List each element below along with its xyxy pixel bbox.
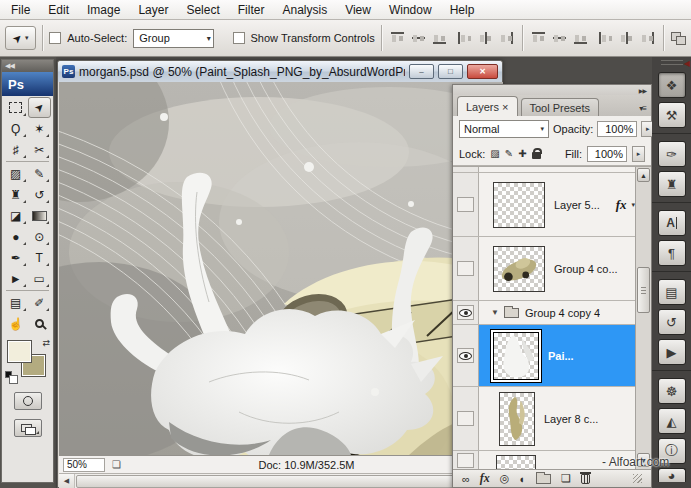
auto-select-checkbox[interactable] bbox=[49, 32, 61, 44]
pen-tool[interactable]: ✒ bbox=[4, 247, 28, 268]
history-brush-tool[interactable]: ↺ bbox=[28, 184, 52, 205]
menu-view[interactable]: View bbox=[336, 0, 380, 20]
character-panel-button[interactable]: A bbox=[658, 210, 686, 236]
align-top-edges-button[interactable] bbox=[388, 29, 407, 48]
auto-select-target-dropdown[interactable]: Group ▾ bbox=[133, 29, 213, 48]
move-tool[interactable]: ➤ bbox=[28, 97, 52, 118]
distribute-left-edges-button[interactable] bbox=[596, 29, 615, 48]
foreground-color-swatch[interactable] bbox=[8, 341, 31, 362]
current-tool-button[interactable]: ➤ ▾ bbox=[5, 26, 36, 50]
styles-panel-button[interactable]: ◕ bbox=[658, 468, 686, 482]
blur-tool[interactable]: ● bbox=[4, 226, 28, 247]
visibility-toggle[interactable] bbox=[453, 451, 479, 469]
layer-row-layer5[interactable]: Layer 5... fx ▾ bbox=[453, 173, 651, 237]
visibility-toggle[interactable] bbox=[453, 237, 479, 300]
layer-fx-badge[interactable]: fx bbox=[616, 197, 627, 213]
document-title-bar[interactable]: Ps morgan5.psd @ 50% (Paint_Splash_PNG_b… bbox=[58, 61, 502, 82]
layer-thumbnail[interactable] bbox=[496, 455, 536, 469]
brushes-panel-button[interactable]: ✑ bbox=[658, 141, 686, 167]
canvas[interactable] bbox=[59, 82, 503, 455]
zoom-level-field[interactable]: 50% bbox=[63, 458, 105, 472]
paragraph-panel-button[interactable]: ¶ bbox=[658, 240, 686, 266]
dodge-tool[interactable]: ⊙ bbox=[28, 226, 52, 247]
menu-file[interactable]: File bbox=[2, 0, 39, 20]
actions-panel-button[interactable]: ▶ bbox=[658, 339, 686, 365]
distribute-top-edges-button[interactable] bbox=[529, 29, 548, 48]
eraser-tool[interactable]: ◪ bbox=[4, 205, 28, 226]
menu-help[interactable]: Help bbox=[441, 0, 484, 20]
type-tool[interactable]: T bbox=[28, 247, 52, 268]
clone-source-panel-button[interactable]: ♜ bbox=[658, 171, 686, 197]
crop-tool[interactable]: ♯ bbox=[4, 139, 28, 160]
visibility-toggle[interactable] bbox=[453, 325, 479, 386]
scroll-left-icon[interactable]: ◀ bbox=[59, 474, 75, 488]
adjustment-layer-icon[interactable]: ◐ bbox=[519, 473, 526, 485]
layer-thumbnail[interactable] bbox=[499, 392, 535, 446]
distribute-horizontal-centers-button[interactable] bbox=[617, 29, 636, 48]
lock-image-icon[interactable]: ✎ bbox=[505, 148, 513, 159]
panel-resize-grip[interactable] bbox=[633, 474, 642, 483]
layer-name[interactable]: Layer 8 c... bbox=[544, 413, 598, 425]
layer-style-icon[interactable]: fx bbox=[480, 471, 490, 486]
lasso-tool[interactable]: Ϙ bbox=[4, 118, 28, 139]
restore-button[interactable]: □ bbox=[438, 64, 463, 79]
rectangular-marquee-tool[interactable] bbox=[4, 97, 28, 118]
dock-collapse-icon[interactable]: ◀ bbox=[684, 59, 690, 68]
notes-tool[interactable]: ▤ bbox=[4, 292, 28, 313]
layer-thumbnail[interactable] bbox=[493, 246, 545, 292]
menu-filter[interactable]: Filter bbox=[229, 0, 274, 20]
lock-all-icon[interactable] bbox=[532, 152, 541, 159]
scroll-up-icon[interactable]: ▲ bbox=[637, 168, 650, 182]
rectangle-tool[interactable]: ▭ bbox=[28, 268, 52, 289]
group-expand-icon[interactable]: ▼ bbox=[491, 308, 499, 317]
layer-row-group4co[interactable]: Group 4 co... bbox=[453, 237, 651, 301]
fill-field[interactable]: 100% bbox=[587, 146, 627, 162]
opacity-field[interactable]: 100% bbox=[597, 121, 637, 137]
align-bottom-edges-button[interactable] bbox=[430, 29, 449, 48]
slice-tool[interactable]: ✂ bbox=[28, 139, 52, 160]
layer-name[interactable]: Group 4 co... bbox=[554, 263, 618, 275]
layers-scrollbar[interactable]: ▲ ▼ bbox=[635, 167, 651, 469]
delete-layer-icon[interactable] bbox=[581, 474, 590, 484]
align-vertical-centers-button[interactable] bbox=[409, 29, 428, 48]
fill-slider-icon[interactable]: ▸ bbox=[632, 146, 645, 162]
distribute-right-edges-button[interactable] bbox=[638, 29, 657, 48]
layer-row-group4copy4[interactable]: ▼ Group 4 copy 4 bbox=[453, 301, 651, 325]
distribute-bottom-edges-button[interactable] bbox=[571, 29, 590, 48]
gradient-tool[interactable] bbox=[28, 205, 52, 226]
align-horizontal-centers-button[interactable] bbox=[476, 29, 495, 48]
menu-layer[interactable]: Layer bbox=[129, 0, 177, 20]
layer-name[interactable]: Pai... bbox=[548, 350, 574, 362]
align-right-edges-button[interactable] bbox=[497, 29, 516, 48]
new-layer-icon[interactable]: ❏ bbox=[561, 472, 571, 485]
layers-panel-button[interactable]: ❖ bbox=[658, 72, 686, 98]
scrollbar-thumb[interactable] bbox=[637, 267, 650, 313]
clone-stamp-tool[interactable]: ♜ bbox=[4, 184, 28, 205]
panel-collapse-button[interactable]: ▶▶ bbox=[453, 85, 651, 95]
panel-menu-icon[interactable]: ▾≡ bbox=[639, 104, 646, 113]
eyedropper-tool[interactable]: ✐ bbox=[28, 292, 52, 313]
layer-comps-panel-button[interactable]: ▤ bbox=[658, 279, 686, 305]
layer-name[interactable]: Layer 5... bbox=[554, 199, 600, 211]
new-group-icon[interactable] bbox=[536, 474, 551, 484]
layer-thumbnail[interactable] bbox=[493, 332, 539, 380]
path-selection-tool[interactable]: ► bbox=[4, 268, 28, 289]
screen-mode-button[interactable] bbox=[14, 419, 42, 437]
lock-transparency-icon[interactable]: ▨ bbox=[490, 148, 499, 159]
swap-colors-icon[interactable]: ⇄ bbox=[42, 338, 50, 348]
history-panel-button[interactable]: ↺ bbox=[658, 309, 686, 335]
histogram-panel-button[interactable]: ◭ bbox=[658, 408, 686, 434]
brush-tool[interactable]: ✎ bbox=[28, 163, 52, 184]
quick-mask-button[interactable] bbox=[14, 392, 42, 410]
close-button[interactable]: ✕ bbox=[467, 64, 498, 79]
blend-mode-dropdown[interactable]: Normal ▾ bbox=[459, 120, 549, 138]
menu-image[interactable]: Image bbox=[78, 0, 129, 20]
align-left-edges-button[interactable] bbox=[455, 29, 474, 48]
menu-window[interactable]: Window bbox=[380, 0, 441, 20]
navigator-panel-button[interactable]: ☸ bbox=[658, 378, 686, 404]
layer-mask-icon[interactable]: ◎ bbox=[500, 472, 510, 485]
tab-layers[interactable]: Layers × bbox=[457, 96, 518, 116]
dock-grip[interactable] bbox=[661, 60, 683, 65]
menu-select[interactable]: Select bbox=[177, 0, 228, 20]
toolbox-collapse-button[interactable]: ◀◀ bbox=[2, 60, 53, 72]
